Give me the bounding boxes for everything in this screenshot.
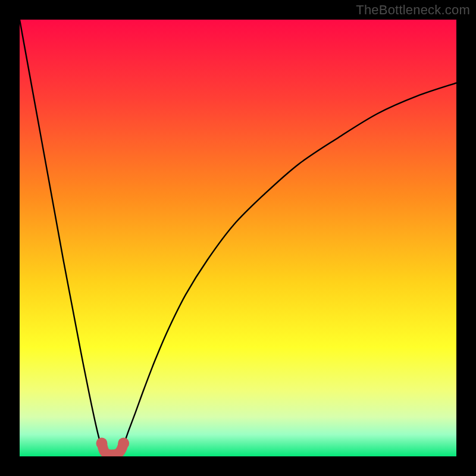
trough-marker-dot-left	[96, 437, 107, 449]
plot-area	[20, 20, 456, 456]
chart-frame: TheBottleneck.com	[0, 0, 476, 476]
chart-svg	[20, 20, 456, 456]
trough-marker-dot-right	[118, 437, 129, 449]
gradient-background	[20, 20, 456, 456]
watermark-text: TheBottleneck.com	[356, 2, 470, 18]
